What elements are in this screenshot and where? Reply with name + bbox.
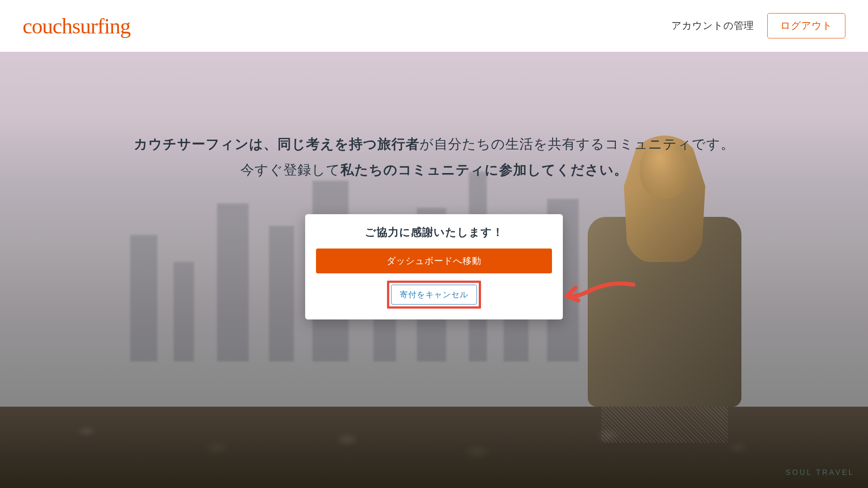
modal-title: ご協力に感謝いたします！ (316, 225, 552, 239)
go-to-dashboard-button[interactable]: ダッシュボードへ移動 (316, 249, 552, 273)
hero-text-bold2: 私たちのコミュニティに参加してください。 (340, 162, 628, 177)
hero-content: カウチサーフィンは、同じ考えを持つ旅行者が自分たちの生活を共有するコミュニティで… (0, 52, 868, 319)
hero-text-pre: 今すぐ登録して (241, 162, 340, 177)
cancel-button-container: 寄付をキャンセル (316, 281, 552, 309)
annotation-arrow-icon (561, 278, 638, 311)
hero-section: カウチサーフィンは、同じ考えを持つ旅行者が自分たちの生活を共有するコミュニティで… (0, 52, 868, 488)
hero-tagline-line2: 今すぐ登録して私たちのコミュニティに参加してください。 (0, 157, 868, 183)
hero-text-rest: が自分たちの生活を共有するコミュニティです。 (420, 136, 735, 151)
hero-tagline-line1: カウチサーフィンは、同じ考えを持つ旅行者が自分たちの生活を共有するコミュニティで… (0, 131, 868, 157)
brand-logo[interactable]: couchsurfing (23, 14, 131, 38)
site-header: couchsurfing アカウントの管理 ログアウト (0, 0, 868, 52)
hero-text-bold: カウチサーフィンは、同じ考えを持つ旅行者 (134, 136, 420, 151)
logout-button[interactable]: ログアウト (767, 13, 845, 38)
annotation-highlight-box: 寄付をキャンセル (387, 281, 481, 309)
account-management-link[interactable]: アカウントの管理 (671, 19, 754, 33)
thank-you-modal: ご協力に感謝いたします！ ダッシュボードへ移動 寄付をキャンセル (305, 214, 563, 319)
cancel-donation-button[interactable]: 寄付をキャンセル (391, 285, 477, 305)
header-nav: アカウントの管理 ログアウト (671, 13, 845, 38)
watermark-text: SOUL TRAVEL (786, 469, 854, 477)
